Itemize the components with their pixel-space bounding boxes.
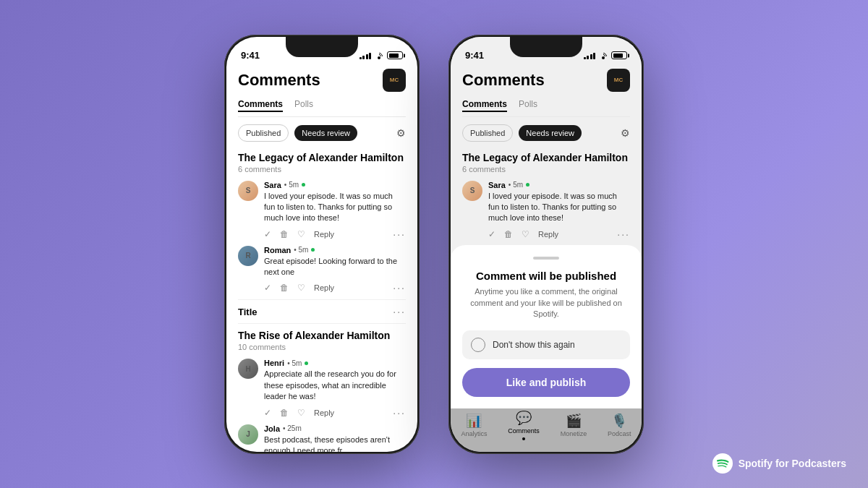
comment-author-sara-2: Sara: [488, 181, 506, 189]
section3-title-1: The Rise of Alexander Hamilton: [238, 330, 406, 341]
app-header-1: Comments MC: [238, 69, 406, 92]
heart-icon-sara-1[interactable]: ♡: [297, 229, 305, 239]
comment-actions-sara-2: ✓ 🗑 ♡ Reply ···: [488, 228, 630, 240]
trash-icon-henri-1[interactable]: 🗑: [280, 408, 289, 418]
spotify-brand-text: Spotify for Podcasters: [739, 458, 846, 469]
comment-meta-henri-1: Henri • 5m: [264, 359, 406, 367]
tab-polls-2[interactable]: Polls: [519, 99, 537, 112]
comment-text-sara-2: I loved your episode. It was so much fun…: [488, 191, 630, 224]
comment-body-jola-1: Jola • 25m Best podcast, these episodes …: [264, 424, 406, 452]
app-icon-1[interactable]: MC: [383, 69, 406, 92]
comment-actions-sara-1: ✓ 🗑 ♡ Reply ···: [264, 228, 406, 240]
tab-polls-1[interactable]: Polls: [294, 99, 313, 112]
status-time-2: 9:41: [465, 50, 484, 61]
check-icon-henri-1[interactable]: ✓: [264, 408, 271, 418]
section3-subtitle-1: 10 comments: [238, 343, 406, 351]
tab-comments-2[interactable]: Comments: [462, 99, 507, 112]
phone-2: 9:41 Comments: [448, 35, 644, 454]
comment-sara-1: S Sara • 5m I loved your episode. It was…: [238, 181, 406, 240]
app-icon-2[interactable]: MC: [607, 69, 630, 92]
section1-subtitle-1: 6 comments: [238, 165, 406, 174]
spotify-brand: Spotify for Podcasters: [712, 453, 846, 474]
comment-body-roman-1: Roman • 5m Great episode! Looking forwar…: [264, 246, 406, 294]
dot-blue-sara-1: [302, 183, 305, 187]
comment-body-sara-1: Sara • 5m I loved your episode. It was s…: [264, 181, 406, 240]
status-icons-1: [359, 51, 404, 59]
heart-icon-roman-1[interactable]: ♡: [297, 283, 305, 293]
filter-options-icon-2[interactable]: ⚙: [621, 127, 630, 139]
comment-actions-henri-1: ✓ 🗑 ♡ Reply ···: [264, 407, 406, 419]
comment-author-roman-1: Roman: [264, 246, 291, 254]
more-icon-henri-1[interactable]: ···: [393, 407, 406, 419]
comment-author-henri-1: Henri: [264, 359, 284, 367]
avatar-sara-1: S: [238, 181, 258, 201]
filter-published-2[interactable]: Published: [462, 124, 513, 142]
page-title-1: Comments: [238, 71, 320, 90]
check-icon-sara-1[interactable]: ✓: [264, 229, 271, 239]
filter-row-1: Published Needs review ⚙: [238, 124, 406, 142]
divider-1: [238, 299, 406, 300]
section1-title-1: The Legacy of Alexander Hamilton: [238, 152, 406, 163]
notch: [286, 37, 358, 57]
trash-icon-sara-2[interactable]: 🗑: [504, 229, 513, 239]
trash-icon-sara-1[interactable]: 🗑: [280, 229, 289, 239]
dot-blue-roman-1: [311, 248, 315, 252]
more-icon-section2-1[interactable]: ···: [393, 306, 406, 317]
app-header-2: Comments MC: [462, 69, 630, 92]
status-icons-2: [584, 51, 628, 59]
comment-time-roman-1: • 5m: [294, 246, 308, 254]
notch-2: [510, 37, 582, 57]
section1-title-2: The Legacy of Alexander Hamilton: [462, 152, 630, 163]
filter-published-1[interactable]: Published: [238, 124, 289, 142]
battery-1: [387, 51, 403, 59]
tab-comments-1[interactable]: Comments: [238, 99, 283, 112]
comment-text-henri-1: Appreciate all the research you do for t…: [264, 369, 406, 402]
signal-bars-2: [584, 52, 596, 59]
modal-checkbox-row[interactable]: Don't show this again: [462, 330, 630, 359]
comment-meta-jola-1: Jola • 25m: [264, 424, 406, 433]
phone-1: 9:41 Comments: [224, 35, 420, 454]
comment-jola-1: J Jola • 25m Best podcast, these episode…: [238, 424, 406, 452]
avatar-henri-1: H: [238, 359, 258, 379]
divider-2: [238, 323, 406, 324]
reply-button-sara-2[interactable]: Reply: [538, 230, 558, 239]
comment-time-sara-2: • 5m: [509, 181, 523, 189]
reply-button-henri-1[interactable]: Reply: [314, 408, 334, 417]
filter-options-icon-1[interactable]: ⚙: [396, 127, 406, 139]
like-and-publish-button[interactable]: Like and publish: [462, 368, 630, 397]
comment-body-sara-2: Sara • 5m I loved your episode. It was s…: [488, 181, 630, 240]
comment-actions-roman-1: ✓ 🗑 ♡ Reply ···: [264, 282, 406, 294]
more-icon-sara-2[interactable]: ···: [617, 228, 630, 240]
modal-title: Comment will be published: [462, 270, 630, 282]
dont-show-label: Don't show this again: [493, 340, 575, 350]
filter-needs-review-1[interactable]: Needs review: [294, 125, 357, 141]
reply-button-sara-1[interactable]: Reply: [314, 230, 334, 239]
dot-blue-henri-1: [305, 361, 308, 365]
comment-time-sara-1: • 5m: [284, 181, 299, 189]
trash-icon-roman-1[interactable]: 🗑: [280, 283, 289, 293]
check-icon-sara-2[interactable]: ✓: [488, 229, 495, 239]
filter-needs-review-2[interactable]: Needs review: [519, 125, 582, 141]
comment-sara-2: S Sara • 5m I loved your episode. It was…: [462, 181, 630, 240]
modal-description: Anytime you like a comment, the original…: [462, 286, 630, 320]
more-icon-sara-1[interactable]: ···: [393, 228, 406, 240]
tabs-row-2: Comments Polls: [462, 99, 630, 117]
heart-icon-sara-2[interactable]: ♡: [522, 229, 529, 239]
avatar-sara-2: S: [462, 181, 482, 201]
comment-text-jola-1: Best podcast, these episodes aren't enou…: [264, 435, 406, 452]
heart-icon-henri-1[interactable]: ♡: [297, 408, 305, 418]
avatar-jola-1: J: [238, 424, 258, 445]
wifi-icon-2: [598, 52, 608, 59]
comment-meta-sara-2: Sara • 5m: [488, 181, 630, 189]
dot-blue-sara-2: [526, 183, 529, 187]
reply-button-roman-1[interactable]: Reply: [314, 283, 334, 292]
dont-show-checkbox[interactable]: [471, 338, 485, 352]
avatar-roman-1: R: [238, 246, 258, 266]
comment-body-henri-1: Henri • 5m Appreciate all the research y…: [264, 359, 406, 418]
section1-subtitle-2: 6 comments: [462, 165, 630, 174]
battery-2: [611, 51, 627, 59]
comment-time-jola-1: • 25m: [283, 424, 302, 432]
check-icon-roman-1[interactable]: ✓: [264, 283, 271, 293]
page-title-2: Comments: [462, 71, 545, 90]
more-icon-roman-1[interactable]: ···: [393, 282, 406, 294]
